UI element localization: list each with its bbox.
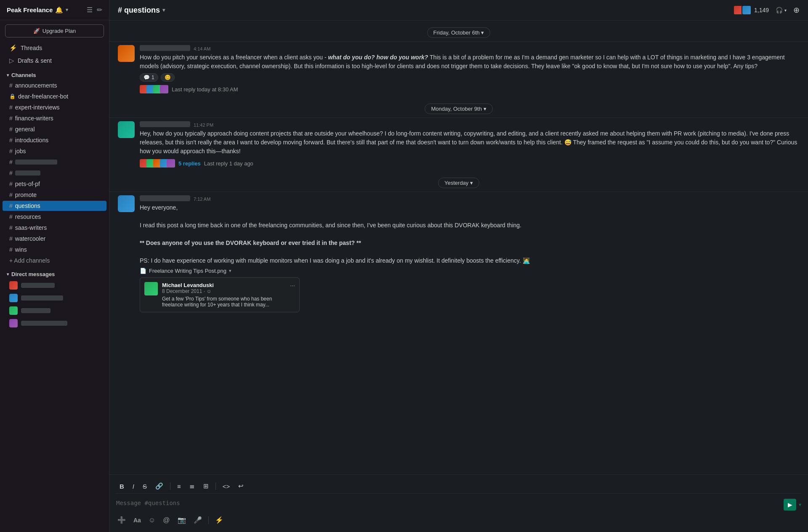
add-to-workspace-icon: ⊕ [793,5,800,15]
date-label-monday[interactable]: Monday, October 9th ▾ [425,104,492,114]
hash-icon: # [9,246,13,253]
date-yesterday-text: Yesterday ▾ [444,180,473,186]
channel-item-promote[interactable]: # promote [3,190,106,200]
upgrade-icon: 🚀 [33,28,40,34]
send-button[interactable]: ▶ [784,499,796,511]
reaction-add-1[interactable]: 😊 [161,73,175,82]
workspace-name[interactable]: Peak Freelance 🔔 ▾ [7,6,68,14]
camera-button[interactable]: 📷 [176,515,187,525]
workspace-name-text: Peak Freelance [7,6,53,13]
channels-arrow: ▾ [7,73,9,77]
channel-header: # questions ▾ 1,149 🎧 ▾ ⊕ [109,0,808,21]
headphone-icon: 🎧 [776,7,783,13]
input-wrapper: ▶ ▾ [116,497,801,512]
channel-item-saas-writers[interactable]: # saas-writers [3,223,106,233]
channel-item-wins[interactable]: # wins [3,245,106,255]
message-text-2: Hey, how do you typically approach doing… [140,129,800,156]
mention-button[interactable]: @ [162,515,171,525]
reaction-1[interactable]: 💬 1 [140,73,158,82]
channel-title[interactable]: # questions ▾ [118,6,165,15]
channel-item-finance-writers[interactable]: # finance-writers [3,113,106,123]
ordered-list-button[interactable]: ≡ [175,482,183,491]
toolbar-divider-1 [170,482,170,490]
workflow-button[interactable]: ⚡ [214,515,225,525]
message-username-2 [140,121,190,127]
thread-last-2: Last reply 1 day ago [204,160,253,167]
channel-item-announcements[interactable]: # announcements [3,80,106,90]
thread-info-2: 5 replies Last reply 1 day ago [140,159,800,168]
channel-item-pets-of-pf[interactable]: # pets-of-pf [3,179,106,189]
date-label-friday[interactable]: Friday, October 6th ▾ [427,27,491,38]
text-format-button[interactable]: Aa [132,516,142,525]
msg-bold-question: ** Does anyone of you use the DVORAK key… [140,239,361,246]
dm-item-1[interactable] [3,279,106,291]
msg-para1: I read this post a long time back in one… [140,222,521,229]
undo-button[interactable]: ↩ [237,481,245,491]
dm-item-3[interactable] [3,305,106,317]
channel-item-introductions[interactable]: # introductions [3,135,106,145]
message-input[interactable] [116,497,784,509]
add-to-workspace-button[interactable]: ⊕ [793,5,800,15]
channel-item-questions[interactable]: # questions [3,201,106,211]
channel-item-watercooler[interactable]: # watercooler [3,234,106,244]
date-label-yesterday[interactable]: Yesterday ▾ [438,178,479,188]
hash-icon: # [9,82,13,89]
send-chevron[interactable]: ▾ [799,502,801,508]
channels-section-label: Channels [11,72,36,78]
channel-item-resources[interactable]: # resources [3,212,106,222]
channel-title-chevron: ▾ [162,7,165,13]
link-button[interactable]: 🔗 [154,481,165,491]
channel-item-jobs[interactable]: # jobs [3,146,106,156]
channel-item-general[interactable]: # general [3,124,106,134]
footer-divider [208,516,209,524]
upgrade-plan-button[interactable]: 🚀 Upgrade Plan [5,24,104,37]
add-attachment-button[interactable]: ➕ [116,515,127,525]
message-username-3 [140,195,190,201]
hash-icon: # [9,192,13,198]
message-time-1: 4:14 AM [194,46,210,51]
input-footer: ➕ Aa ☺ @ 📷 🎤 ⚡ [116,512,801,525]
attachment-preview: Michael Levanduski 8 December 2011 · ☺ G… [140,277,300,312]
dm-section-header[interactable]: ▾ Direct messages [0,266,109,279]
dm-avatar-3 [9,306,18,315]
channel-item-dear-freelancer-bot[interactable]: 🔒 dear-freelancer-bot [3,91,106,101]
strikethrough-button[interactable]: S [141,482,149,491]
compose-icon[interactable]: ✏ [97,6,102,14]
audio-button[interactable]: 🎤 [192,515,203,525]
file-attachment[interactable]: 📄 Freelance Writing Tips Post.png ▾ [140,268,800,274]
thread-avatar-4 [160,85,168,93]
block-quote-button[interactable]: ⊞ [202,481,210,491]
workspace-chevron: ▾ [66,7,68,13]
reaction-count: 1 [152,74,154,80]
attachment-actions[interactable]: ··· [290,282,295,308]
attachment-preview-text: Get a few 'Pro Tips' from someone who ha… [162,296,286,308]
drafts-nav-item[interactable]: ▷ Drafts & sent [3,55,106,66]
filter-icon[interactable]: ☰ [87,6,93,14]
msg-greeting: Hey everyone, [140,204,178,211]
channel-item-blurred-2[interactable]: # [3,168,106,178]
file-name: Freelance Writing Tips Post.png [149,268,226,274]
date-divider-yesterday: Yesterday ▾ [109,171,808,192]
thread-replies-2[interactable]: 5 replies [178,160,201,167]
messages-area: Friday, October 6th ▾ 4:14 AM How do you… [109,21,808,474]
bold-button[interactable]: B [118,482,126,491]
code-button[interactable]: <> [221,482,232,491]
add-channels-button[interactable]: + Add channels [3,255,106,266]
message-time-3: 7:12 AM [194,197,210,202]
dm-item-2[interactable] [3,292,106,304]
dm-name-blurred [21,283,55,288]
threads-nav-item[interactable]: ⚡ Threads [3,42,106,54]
dm-name-blurred [21,308,50,313]
headphone-button[interactable]: 🎧 ▾ [776,7,787,13]
member-count[interactable]: 1,149 [733,5,769,15]
channel-item-blurred-1[interactable]: # [3,157,106,167]
italic-button[interactable]: I [131,482,136,491]
dm-item-4[interactable] [3,317,106,329]
message-header-2: 11:42 PM [140,121,800,128]
emoji-button[interactable]: ☺ [147,515,157,525]
sidebar: Peak Freelance 🔔 ▾ ☰ ✏ 🚀 Upgrade Plan ⚡ … [0,0,109,532]
channels-section-header[interactable]: ▾ Channels [0,67,109,80]
date-monday-text: Monday, October 9th ▾ [431,106,486,112]
channel-item-expert-interviews[interactable]: # expert-interviews [3,102,106,112]
unordered-list-button[interactable]: ≣ [188,481,197,491]
